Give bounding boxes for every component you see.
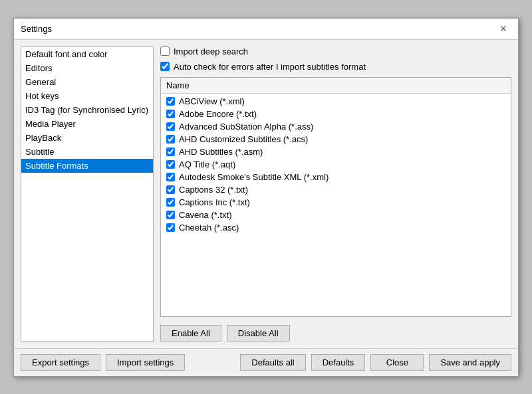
list-item: Cavena (*.txt) (161, 209, 511, 221)
sidebar-item-editors[interactable]: Editors (21, 61, 153, 75)
format-checkbox[interactable] (166, 97, 175, 106)
list-item: Advanced SubStation Alpha (*.ass) (161, 120, 511, 133)
footer-right: Defaults all Defaults Close Save and app… (240, 354, 511, 371)
save-apply-button[interactable]: Save and apply (429, 354, 511, 371)
format-label: Autodesk Smoke's Subtitle XML (*.xml) (179, 172, 329, 182)
main-content: Default font and colorEditorsGeneralHot … (14, 40, 518, 348)
list-item: Adobe Encore (*.txt) (161, 108, 511, 120)
auto-check-label: Auto check for errors after I import sub… (174, 62, 366, 72)
format-label: Cavena (*.txt) (179, 210, 231, 220)
format-checkbox[interactable] (166, 110, 175, 118)
format-checkbox[interactable] (166, 185, 175, 194)
format-label: AHD Subtitles (*.asm) (179, 147, 263, 157)
sidebar-item-id3-tag[interactable]: ID3 Tag (for Synchronised Lyric) (21, 103, 153, 117)
sidebar-item-subtitle-formats[interactable]: Subtitle Formats (21, 159, 153, 173)
list-item: Cheetah (*.asc) (161, 221, 511, 234)
formats-box: Name ABCiView (*.xml)Adobe Encore (*.txt… (160, 77, 511, 317)
format-label: Adobe Encore (*.txt) (179, 109, 257, 119)
sidebar: Default font and colorEditorsGeneralHot … (21, 47, 154, 342)
defaults-all-button[interactable]: Defaults all (240, 354, 305, 371)
list-item: AHD Customized Subtitles (*.acs) (161, 133, 511, 146)
formats-header-name: Name (166, 80, 190, 90)
action-buttons: Enable All Disable All (160, 322, 511, 342)
close-window-button[interactable]: ✕ (495, 22, 511, 35)
defaults-button[interactable]: Defaults (311, 354, 366, 371)
format-label: AQ Title (*.aqt) (179, 159, 235, 169)
format-checkbox[interactable] (166, 148, 175, 156)
list-item: Captions Inc (*.txt) (161, 196, 511, 209)
settings-window: Settings ✕ Default font and colorEditors… (13, 18, 519, 377)
list-item: Autodesk Smoke's Subtitle XML (*.xml) (161, 171, 511, 183)
format-checkbox[interactable] (166, 122, 175, 131)
format-checkbox[interactable] (166, 173, 175, 181)
close-button[interactable]: Close (370, 354, 424, 371)
format-checkbox[interactable] (166, 160, 175, 169)
format-label: ABCiView (*.xml) (179, 96, 245, 106)
import-deep-search-row: Import deep search (160, 47, 511, 56)
format-checkbox[interactable] (166, 211, 175, 219)
sidebar-item-general[interactable]: General (21, 75, 153, 89)
import-deep-search-label: Import deep search (174, 47, 248, 56)
format-label: Captions 32 (*.txt) (179, 185, 248, 195)
main-panel: Import deep search Auto check for errors… (160, 47, 511, 342)
list-item: AQ Title (*.aqt) (161, 158, 511, 171)
title-bar: Settings ✕ (14, 19, 518, 40)
disable-all-button[interactable]: Disable All (227, 325, 290, 342)
window-title: Settings (21, 24, 52, 34)
export-settings-button[interactable]: Export settings (21, 354, 100, 371)
formats-header: Name (161, 78, 511, 94)
footer: Export settings Import settings Defaults… (14, 348, 518, 376)
format-checkbox[interactable] (166, 198, 175, 207)
formats-list[interactable]: ABCiView (*.xml)Adobe Encore (*.txt)Adva… (161, 94, 511, 316)
sidebar-item-default-font[interactable]: Default font and color (21, 47, 153, 61)
format-label: Captions Inc (*.txt) (179, 197, 250, 207)
enable-all-button[interactable]: Enable All (160, 325, 221, 342)
list-item: Captions 32 (*.txt) (161, 183, 511, 196)
format-checkbox[interactable] (166, 223, 175, 232)
list-item: AHD Subtitles (*.asm) (161, 146, 511, 158)
format-checkbox[interactable] (166, 135, 175, 144)
footer-left: Export settings Import settings (21, 354, 185, 371)
import-deep-search-checkbox[interactable] (160, 47, 170, 56)
import-settings-button[interactable]: Import settings (106, 354, 185, 371)
list-item: ABCiView (*.xml) (161, 95, 511, 108)
sidebar-item-hot-keys[interactable]: Hot keys (21, 89, 153, 103)
auto-check-row: Auto check for errors after I import sub… (160, 62, 511, 72)
format-label: AHD Customized Subtitles (*.acs) (179, 134, 308, 144)
format-label: Cheetah (*.asc) (179, 223, 239, 233)
format-label: Advanced SubStation Alpha (*.ass) (179, 122, 313, 132)
auto-check-checkbox[interactable] (160, 62, 170, 71)
sidebar-item-media-player[interactable]: Media Player (21, 117, 153, 131)
sidebar-item-playback[interactable]: PlayBack (21, 131, 153, 145)
sidebar-item-subtitle[interactable]: Subtitle (21, 145, 153, 159)
